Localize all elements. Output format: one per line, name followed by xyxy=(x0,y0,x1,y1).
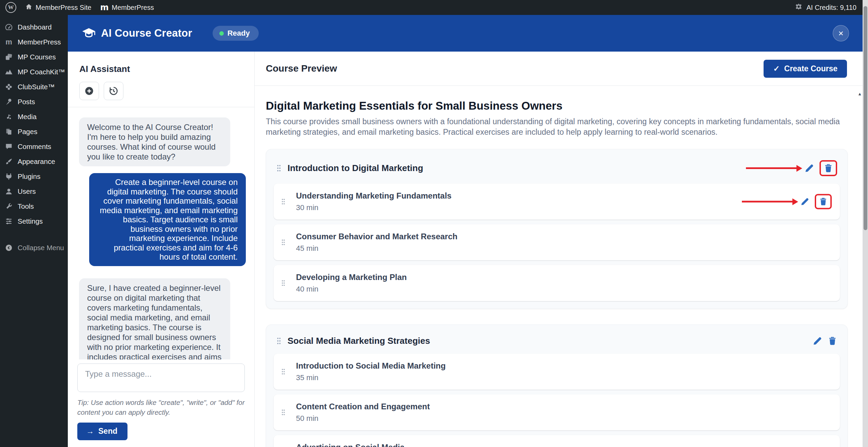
sidebar-item-tools[interactable]: Tools xyxy=(0,199,68,214)
close-icon[interactable]: × xyxy=(833,25,849,41)
wp-admin-sidebar: Dashboard m MemberPress MP Courses MP Co… xyxy=(0,15,68,447)
lesson-duration: 40 min xyxy=(296,285,830,294)
drag-handle-icon[interactable] xyxy=(281,279,285,287)
sidebar-item-appearance[interactable]: Appearance xyxy=(0,154,68,169)
preview-title: Course Preview xyxy=(266,63,337,74)
lesson-list: Understanding Marketing Fundamentals 30 … xyxy=(274,184,840,301)
assistant-header: AI Assistant xyxy=(68,52,254,107)
annotation-box xyxy=(815,194,832,209)
admin-bar-memberpress-link[interactable]: m MemberPress xyxy=(100,3,154,12)
sidebar-item-label: Users xyxy=(18,187,36,195)
sidebar-item-plugins[interactable]: Plugins xyxy=(0,169,68,184)
lesson-title: Developing a Marketing Plan xyxy=(296,273,830,282)
sidebar-item-comments[interactable]: Comments xyxy=(0,139,68,154)
sidebar-item-label: ClubSuite™ xyxy=(18,83,55,91)
pencil-icon xyxy=(804,163,814,173)
annotation-box xyxy=(820,160,837,176)
new-chat-button[interactable] xyxy=(79,82,99,100)
delete-lesson-button[interactable] xyxy=(819,197,828,206)
gear-icon[interactable] xyxy=(795,3,803,12)
memberpress-icon: m xyxy=(4,38,13,46)
section-title: Social Media Marketing Strategies xyxy=(288,336,430,346)
section-card: Social Media Marketing Strategies xyxy=(266,324,848,447)
sidebar-item-label: Dashboard xyxy=(18,23,52,31)
settings-icon xyxy=(4,217,13,226)
preview-scroll-area: ▲ Digital Marketing Essentials for Small… xyxy=(255,86,863,447)
drag-handle-icon[interactable] xyxy=(281,239,285,246)
sidebar-item-mp-coachkit[interactable]: MP CoachKit™ xyxy=(0,64,68,79)
edit-section-button[interactable] xyxy=(804,163,814,173)
sidebar-item-media[interactable]: Media xyxy=(0,109,68,124)
delete-section-button[interactable] xyxy=(824,163,833,173)
trash-icon xyxy=(824,163,833,173)
send-button[interactable]: → Send xyxy=(77,423,127,440)
dashboard-icon xyxy=(4,23,13,32)
sidebar-item-memberpress[interactable]: m MemberPress xyxy=(0,35,68,50)
section-header: Social Media Marketing Strategies xyxy=(274,330,840,352)
message-input[interactable] xyxy=(77,364,245,392)
ai-credits-label: AI Credits: 9,110 xyxy=(807,4,856,12)
plugins-icon xyxy=(4,172,13,181)
sidebar-item-settings[interactable]: Settings xyxy=(0,214,68,229)
lesson-title: Advertising on Social Media xyxy=(296,443,830,447)
sidebar-item-label: Pages xyxy=(18,128,37,136)
section-title: Introduction to Digital Marketing xyxy=(288,163,423,173)
trash-icon xyxy=(819,197,828,206)
delete-section-button[interactable] xyxy=(828,336,837,346)
edit-lesson-button[interactable] xyxy=(800,197,809,206)
lesson-list: Introduction to Social Media Marketing 3… xyxy=(274,354,840,447)
lesson-card: Developing a Marketing Plan 40 min xyxy=(274,265,840,301)
sidebar-item-posts[interactable]: Posts xyxy=(0,94,68,109)
home-icon xyxy=(25,3,33,12)
media-icon xyxy=(4,112,13,121)
sidebar-item-mp-courses[interactable]: MP Courses xyxy=(0,50,68,64)
sidebar-item-label: Settings xyxy=(18,217,43,225)
create-course-button[interactable]: ✓ Create Course xyxy=(764,60,847,78)
drag-handle-icon[interactable] xyxy=(276,164,281,172)
screen: W MemberPress Site m MemberPress AI Cred… xyxy=(0,0,868,447)
sidebar-item-users[interactable]: Users xyxy=(0,184,68,199)
graduation-cap-icon xyxy=(81,27,96,39)
assistant-message: Welcome to the AI Course Creator! I'm he… xyxy=(79,117,230,166)
sidebar-item-label: MemberPress xyxy=(18,38,61,46)
sidebar-item-label: Media xyxy=(18,113,37,121)
drag-handle-icon[interactable] xyxy=(281,198,285,205)
admin-bar-memberpress-label: MemberPress xyxy=(112,4,154,12)
admin-bar-site-link[interactable]: MemberPress Site xyxy=(25,3,92,12)
preview-header: Course Preview ✓ Create Course xyxy=(255,52,863,86)
scroll-up-arrow-icon[interactable]: ▲ xyxy=(857,91,862,96)
tools-icon xyxy=(4,202,13,211)
course-description: This course provides small business owne… xyxy=(266,116,846,137)
sidebar-item-label: Collapse Menu xyxy=(18,244,64,252)
lesson-duration: 50 min xyxy=(296,414,830,423)
course-title: Digital Marketing Essentials for Small B… xyxy=(266,99,848,112)
drag-handle-icon[interactable] xyxy=(281,409,285,416)
edit-section-button[interactable] xyxy=(812,336,822,346)
sidebar-collapse-menu[interactable]: Collapse Menu xyxy=(0,240,68,255)
scrollbar-thumb[interactable] xyxy=(864,6,867,230)
memberpress-logo-icon: m xyxy=(100,3,109,12)
clubsuite-icon xyxy=(4,82,13,91)
assistant-title: AI Assistant xyxy=(79,64,243,74)
check-icon: ✓ xyxy=(773,64,780,73)
sidebar-item-clubsuite[interactable]: ClubSuite™ xyxy=(0,79,68,94)
send-label: Send xyxy=(98,427,117,436)
sidebar-item-dashboard[interactable]: Dashboard xyxy=(0,20,68,35)
annotation-arrow xyxy=(746,167,797,169)
lesson-card: Consumer Behavior and Market Research 45… xyxy=(274,224,840,260)
wordpress-logo-icon[interactable]: W xyxy=(5,2,16,13)
lesson-title: Content Creation and Engagement xyxy=(296,402,830,411)
ai-course-creator-header: AI Course Creator Ready × xyxy=(68,15,863,52)
drag-handle-icon[interactable] xyxy=(276,337,281,345)
sidebar-item-pages[interactable]: Pages xyxy=(0,124,68,139)
posts-icon xyxy=(4,97,13,106)
lesson-card: Content Creation and Engagement 50 min xyxy=(274,394,840,430)
coachkit-icon xyxy=(4,68,13,76)
wp-admin-bar: W MemberPress Site m MemberPress AI Cred… xyxy=(0,0,868,15)
admin-bar-site-label: MemberPress Site xyxy=(36,4,92,12)
user-message: Create a beginner-level course on digita… xyxy=(89,173,246,266)
drag-handle-icon[interactable] xyxy=(281,368,285,375)
pages-icon xyxy=(4,127,13,136)
page-scrollbar xyxy=(863,0,868,447)
chat-history-button[interactable] xyxy=(104,82,123,100)
